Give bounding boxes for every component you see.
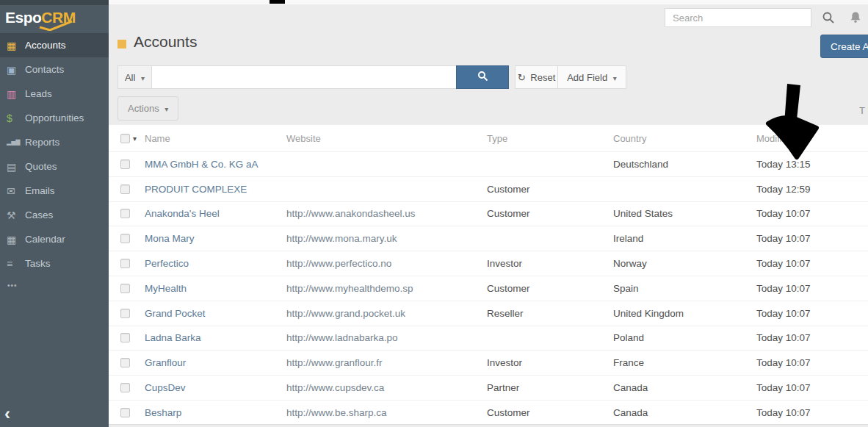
account-modified: Today 10:07 xyxy=(756,258,868,269)
row-checkbox[interactable] xyxy=(120,159,130,169)
sidebar-more-button[interactable]: ••• xyxy=(0,276,109,295)
table-row: CupsDevhttp://www.cupsdev.caPartnerCanad… xyxy=(109,375,868,400)
row-checkbox[interactable] xyxy=(120,408,130,417)
contact-card-icon: ▣ xyxy=(7,64,25,76)
account-website-link[interactable]: http://www.be.sharp.ca xyxy=(286,407,387,418)
account-name-link[interactable]: PRODUIT COMPLEXE xyxy=(145,184,247,195)
global-search-button[interactable] xyxy=(822,11,835,26)
page-title: Accounts xyxy=(134,33,197,51)
filter-dropdown-button[interactable]: All ▾ xyxy=(117,65,152,89)
account-website-link[interactable]: http://www.granflour.fr xyxy=(286,357,383,368)
actions-label: Actions xyxy=(128,103,159,114)
list-search-input[interactable] xyxy=(151,65,457,89)
table-row: Besharphttp://www.be.sharp.caCustomerCan… xyxy=(109,400,868,425)
sidebar-item-cases[interactable]: ⚒Cases xyxy=(0,203,109,227)
caret-down-icon: ▾ xyxy=(164,105,168,113)
sidebar-item-label: Quotes xyxy=(25,161,57,172)
select-all-caret-icon[interactable]: ▾ xyxy=(133,134,137,143)
account-country: United States xyxy=(613,208,756,219)
account-website-link[interactable]: http://www.perfectico.no xyxy=(286,258,391,269)
account-type: Customer xyxy=(487,407,613,418)
account-name-link[interactable]: Besharp xyxy=(145,407,181,418)
page-title-bullet-icon xyxy=(117,40,126,49)
logo-espo: Espo xyxy=(5,9,41,26)
sidebar-item-contacts[interactable]: ▣Contacts xyxy=(0,57,109,82)
table-row: Ladna Barkahttp://www.ladnabarka.poPolan… xyxy=(109,326,868,351)
row-checkbox[interactable] xyxy=(120,184,130,194)
account-name-link[interactable]: Ladna Barka xyxy=(145,332,201,343)
account-country: United Kingdom xyxy=(613,308,756,319)
bell-icon xyxy=(849,11,862,24)
sidebar: EspoCRM ▦Accounts▣Contacts▥Leads$Opportu… xyxy=(0,0,109,427)
column-header-modified[interactable]: Modified xyxy=(756,133,868,144)
account-country: Spain xyxy=(613,283,756,294)
account-name-link[interactable]: CupsDev xyxy=(145,382,186,393)
task-list-icon: ≡ xyxy=(7,258,25,270)
account-country: Poland xyxy=(613,332,756,343)
row-checkbox[interactable] xyxy=(120,358,130,367)
account-website-link[interactable]: http://www.myhealthdemo.sp xyxy=(286,283,413,294)
row-checkbox[interactable] xyxy=(120,383,130,392)
caret-down-icon: ▾ xyxy=(141,74,145,82)
account-modified: Today 10:07 xyxy=(756,357,868,368)
sidebar-nav: ▦Accounts▣Contacts▥Leads$Opportunities▂▅… xyxy=(0,33,109,276)
app-logo[interactable]: EspoCRM xyxy=(0,5,109,29)
table-row: MyHealthhttp://www.myhealthdemo.spCustom… xyxy=(109,276,868,301)
account-website-link[interactable]: http://www.anakondasheel.us xyxy=(286,208,416,219)
global-search-input[interactable] xyxy=(665,8,811,27)
sidebar-item-label: Emails xyxy=(25,185,55,196)
sidebar-item-opportunities[interactable]: $Opportunities xyxy=(0,106,109,130)
row-checkbox[interactable] xyxy=(120,284,130,293)
account-name-link[interactable]: Anakonda's Heel xyxy=(145,208,220,219)
row-checkbox-cell xyxy=(109,333,145,342)
add-field-label: Add Field xyxy=(567,72,607,83)
account-country: Ireland xyxy=(613,233,756,244)
sidebar-item-emails[interactable]: ✉Emails xyxy=(0,179,109,203)
bar-chart-icon: ▂▅▇ xyxy=(7,139,25,146)
table-row: Granflourhttp://www.granflour.frInvestor… xyxy=(109,350,868,375)
account-name-link[interactable]: Perfectico xyxy=(145,258,189,269)
add-field-button[interactable]: Add Field ▾ xyxy=(557,65,626,89)
account-website-link[interactable]: http://www.ladnabarka.po xyxy=(286,332,398,343)
main-content: Accounts Create Account All ▾ ↻ Reset Ad… xyxy=(109,0,868,427)
row-checkbox[interactable] xyxy=(120,234,130,243)
column-header-website[interactable]: Website xyxy=(286,133,487,144)
account-name-link[interactable]: Grand Pocket xyxy=(145,308,206,319)
table-row: Anakonda's Heelhttp://www.anakondasheel.… xyxy=(109,201,868,226)
column-header-name[interactable]: Name xyxy=(145,133,286,144)
column-header-country[interactable]: Country xyxy=(613,133,756,144)
account-type: Investor xyxy=(487,357,613,368)
sidebar-item-reports[interactable]: ▂▅▇Reports xyxy=(0,130,109,154)
sidebar-item-calendar[interactable]: ▦Calendar xyxy=(0,227,109,251)
account-modified: Today 10:07 xyxy=(756,233,868,244)
reset-button[interactable]: ↻ Reset xyxy=(515,65,558,89)
account-name-link[interactable]: MMA GmbH & Co. KG aA xyxy=(145,159,258,170)
sidebar-item-accounts[interactable]: ▦Accounts xyxy=(0,33,109,57)
building-icon: ▦ xyxy=(7,40,25,51)
create-account-button[interactable]: Create Account xyxy=(820,35,868,58)
account-country: France xyxy=(613,357,756,368)
list-search-button[interactable] xyxy=(456,65,509,89)
sidebar-item-tasks[interactable]: ≡Tasks xyxy=(0,251,109,276)
sidebar-item-leads[interactable]: ▥Leads xyxy=(0,82,109,106)
row-checkbox[interactable] xyxy=(120,309,130,318)
account-name-link[interactable]: Granflour xyxy=(145,357,186,368)
account-website-link[interactable]: http://www.grand.pocket.uk xyxy=(286,308,405,319)
ellipsis-icon: ••• xyxy=(7,281,18,290)
column-header-type[interactable]: Type xyxy=(487,133,613,144)
account-name-link[interactable]: Mona Mary xyxy=(145,233,195,244)
account-website-link[interactable]: http://www.mona.mary.uk xyxy=(286,233,397,244)
sidebar-collapse-button[interactable]: ‹ xyxy=(4,406,10,421)
row-checkbox[interactable] xyxy=(120,209,130,218)
select-all-checkbox[interactable] xyxy=(120,134,130,143)
sidebar-item-label: Accounts xyxy=(25,40,66,51)
logo-swoosh-icon xyxy=(38,21,73,31)
sidebar-item-quotes[interactable]: ▤Quotes xyxy=(0,154,109,179)
account-name-link[interactable]: MyHealth xyxy=(145,283,187,294)
row-checkbox-cell xyxy=(109,358,145,367)
notifications-button[interactable] xyxy=(849,11,862,26)
account-website-link[interactable]: http://www.cupsdev.ca xyxy=(286,382,384,393)
actions-dropdown-button[interactable]: Actions ▾ xyxy=(117,96,178,121)
row-checkbox[interactable] xyxy=(120,259,130,268)
row-checkbox[interactable] xyxy=(120,333,130,342)
